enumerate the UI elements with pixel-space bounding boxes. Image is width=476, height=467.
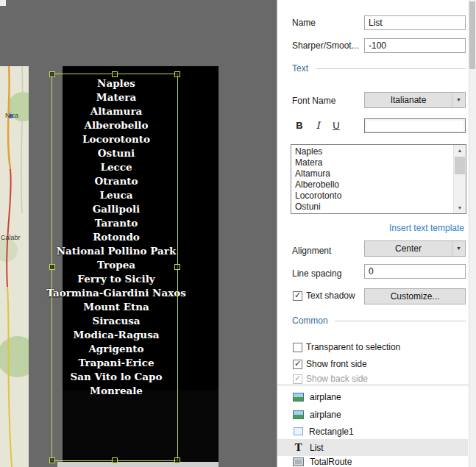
slide-text-line: Monreale [35,384,197,394]
show-back-side-label: Show back side [306,374,368,384]
layer-row-list[interactable]: T List [277,439,468,456]
layer-row-totalroute[interactable]: TotalRoute [277,456,468,467]
line-spacing-label: Line spacing [292,268,341,279]
map-label: Nica [5,112,18,119]
slide-text-object[interactable]: NaplesMateraAltamuraAlberobelloLocoroton… [35,76,197,394]
text-section-header: Text [292,63,308,74]
text-content-listbox[interactable]: NaplesMateraAltamuraAlberobelloLocoroton… [291,144,466,214]
slide-text-line: Taormina-Giardini Naxos [35,286,197,300]
text-layer-icon: T [293,442,304,453]
alignment-label: Alignment [292,246,331,256]
scroll-down-icon[interactable]: ▼ [454,202,466,213]
slide-text-line: Ostuni [35,146,197,160]
map-preview: Nica Calabr [0,66,29,467]
map-label: Calabr [1,234,21,241]
text-content-line[interactable]: Locorotonto [291,190,453,202]
slide-text-line: National Pollino Park [35,244,197,258]
slide-text-line: Taranto [35,216,197,230]
text-content-items: NaplesMateraAltamuraAlberobelloLocoroton… [291,146,453,214]
text-content-line[interactable]: Alberobello [291,179,453,190]
alignment-value: Center [365,243,452,254]
bold-button[interactable]: B [293,119,306,132]
text-content-line[interactable]: Matera [291,157,453,168]
show-front-side-label: Show front side [306,359,367,369]
slide-text-line: Ferry to Sicily [35,272,197,286]
listbox-scrollbar[interactable]: ▲ ▼ [453,145,466,213]
slide-canvas-below [63,390,219,462]
slide-text-line: Tropea [35,258,197,272]
text-content-line[interactable]: Ostuni [291,202,453,213]
slide-text-line: Gallipoli [35,202,197,216]
chevron-down-icon: ▼ [452,241,465,256]
selection-handle-top-right[interactable] [174,71,180,77]
italic-button[interactable]: I [311,119,324,132]
selection-handle-mid-left[interactable] [49,264,55,270]
canvas-bottom-strip [57,462,219,467]
selection-handle-bottom-center[interactable] [112,457,118,463]
slide-text-line: Agrigento [35,342,197,356]
rectangle-icon [294,427,303,435]
layer-row-airplane[interactable]: airplane [277,406,468,423]
text-content-line[interactable]: Altamura [291,168,453,179]
text-color-swatch[interactable] [364,118,466,133]
layer-label: List [310,443,324,453]
video-icon [293,457,304,466]
map-graphics [0,66,29,467]
slide-text-line: Mount Etna [35,300,197,314]
panel-divider [277,385,469,385]
font-name-label: Font Name [292,96,335,106]
selection-handle-bottom-right[interactable] [174,457,180,463]
selection-handle-top-left[interactable] [49,71,55,77]
panel-scroll-thumb[interactable] [469,1,475,69]
customize-button[interactable]: Customize... [364,288,466,304]
check-icon: ✓ [294,360,301,368]
slide-text-line: Alberobello [35,118,197,132]
insert-text-template-link[interactable]: Insert text template [389,223,464,233]
selection-handle-top-center[interactable] [112,71,118,77]
line-spacing-input[interactable] [364,264,466,279]
scroll-up-icon[interactable]: ▲ [454,145,466,156]
show-front-side-checkbox[interactable]: ✓ Show front side [293,359,367,369]
slide-text-line: Leuca [35,188,197,202]
panel-scrollbar[interactable] [469,0,476,467]
corner-notch [0,0,6,6]
slide-text-line: Rotondo [35,230,197,244]
alignment-dropdown[interactable]: Center ▼ [364,240,466,257]
text-content-line[interactable]: Naples [291,146,453,157]
layer-label: airplane [310,392,341,402]
application-window: Nica Calabr NaplesMateraAltamuraAlberobe… [0,0,476,467]
font-name-value: Italianate [365,95,452,105]
underline-button[interactable]: U [330,119,343,132]
common-section-header: Common [292,316,328,326]
name-input[interactable] [364,15,466,30]
show-back-side-checkbox[interactable]: ✓ Show back side [293,374,368,384]
text-shadow-label: Text shadow [306,290,355,301]
layer-row-airplane[interactable]: airplane [277,388,468,405]
name-label: Name [292,18,316,28]
selection-handle-bottom-left[interactable] [49,457,55,463]
layer-row-rectangle1[interactable]: Rectangle1 [277,423,468,440]
slide-text-line: Siracusa [35,314,197,328]
slide-text-line: Trapani-Erice [35,356,197,370]
image-icon [293,393,304,402]
text-shadow-checkbox[interactable]: ✓ Text shadow [293,290,355,301]
layer-label: airplane [310,410,341,420]
checkbox-icon: ✓ [293,291,302,301]
slide-text-line: Lecce [35,160,197,174]
common-section-divider [335,321,466,321]
selection-handle-mid-right[interactable] [174,264,180,270]
image-icon [293,410,304,419]
sharper-smoother-input[interactable] [364,38,466,53]
check-icon: ✓ [294,291,301,299]
slide-text-line: Altamura [35,104,197,118]
layer-label: TotalRoute [310,457,352,467]
slide-text-line: Locorotonto [35,132,197,146]
slide-text-line: Matera [35,90,197,104]
transparent-to-selection-checkbox[interactable]: Transparent to selection [293,342,400,352]
chevron-down-icon: ▼ [452,93,465,107]
text-content-line[interactable]: Lecce [291,213,453,214]
text-section-divider [316,68,466,69]
slide-text-line: Modica-Ragusa [35,328,197,342]
font-name-dropdown[interactable]: Italianate ▼ [364,92,466,108]
listbox-scroll-thumb[interactable] [455,157,465,174]
